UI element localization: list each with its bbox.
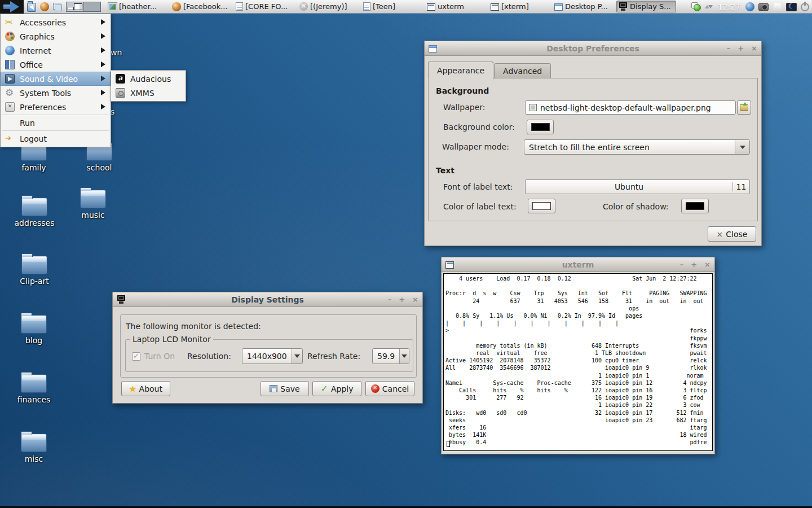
resolution-dropdown[interactable]: 812x508 [242, 348, 303, 364]
title-bar[interactable]: Desktop Preferences – + × [425, 41, 761, 56]
taskbar-button[interactable]: [heather... [107, 1, 166, 12]
close-button[interactable]: × [704, 257, 710, 272]
wallpaper-path-field[interactable]: netbsd-light-desktop-default-wallpaper.p… [525, 100, 736, 115]
turn-on-checkbox[interactable] [132, 352, 140, 361]
menu-item-sound-video[interactable]: Sound & Video [1, 72, 111, 86]
workspace-1[interactable] [67, 2, 83, 11]
power-icon[interactable] [801, 3, 809, 11]
menu-separator [2, 115, 109, 115]
wallpaper-mode-label: Wallpaper mode: [442, 142, 509, 151]
dropdown-arrow-icon[interactable] [735, 140, 749, 154]
close-button[interactable]: × [412, 292, 418, 307]
tab-advanced[interactable]: Advanced [494, 63, 551, 80]
minimize-button[interactable]: – [680, 257, 684, 272]
screenshot-icon[interactable] [758, 3, 769, 11]
submenu-item-xmms[interactable]: XMMS [111, 86, 186, 100]
background-color-swatch[interactable] [527, 120, 554, 134]
monitor-detected-text: The following monitor is detected: [126, 322, 261, 331]
taskbar-button[interactable]: uxterm [425, 1, 485, 12]
about-button[interactable]: ★About [121, 381, 170, 396]
menu-item-label: Graphics [20, 32, 55, 41]
globe-tray-icon[interactable] [745, 2, 754, 11]
submenu-arrow-icon [101, 90, 105, 95]
minimize-button[interactable]: – [388, 292, 392, 307]
taskbar-button-label: uxterm [438, 2, 464, 11]
clock[interactable]: 12:27 [717, 2, 742, 11]
wallpaper-browse-button[interactable] [737, 100, 751, 115]
title-bar[interactable]: Display Settings – + × [113, 292, 422, 307]
taskbar-button[interactable]: Desktop P... [553, 1, 612, 12]
tab-appearance[interactable]: Appearance [428, 62, 493, 80]
file-manager-icon[interactable] [27, 3, 36, 12]
taskbar-button[interactable]: [Facebook... [170, 1, 230, 12]
globe-icon [172, 2, 181, 11]
title-bar[interactable]: uxterm – + × [442, 257, 714, 272]
menu-item-system-tools[interactable]: System Tools [1, 86, 111, 100]
menu-item-logout[interactable]: Logout [1, 132, 111, 146]
close-dialog-button[interactable]: × Close [708, 226, 756, 242]
cancel-circle-icon [371, 384, 379, 393]
taskbar-button[interactable]: [Teen] [361, 1, 421, 12]
folder-icon [21, 433, 47, 452]
workspace-2[interactable] [83, 2, 101, 11]
app-menu-button[interactable] [0, 0, 24, 14]
maximize-button[interactable]: + [399, 292, 405, 307]
label-text-color-swatch[interactable] [528, 199, 555, 213]
dropdown-arrow-icon[interactable] [399, 349, 409, 364]
minimize-button[interactable]: – [727, 41, 731, 56]
terminal-screen[interactable]: 4 users Load 0.17 0.18 0.12 Sat Jun 2 12… [443, 273, 713, 451]
window-controls: – + × [388, 292, 418, 307]
star-icon: ★ [129, 384, 136, 393]
menu-item-internet[interactable]: Internet [1, 43, 111, 58]
color-swatch [686, 202, 704, 210]
close-button[interactable]: × [751, 41, 757, 56]
menu-item-accessories[interactable]: Accessories [1, 15, 111, 29]
save-button[interactable]: Save [261, 381, 309, 396]
apply-button[interactable]: ✓Apply [312, 381, 361, 396]
windows-icon[interactable] [53, 2, 62, 11]
shadow-color-swatch[interactable] [681, 199, 709, 213]
menu-item-preferences[interactable]: Preferences [1, 100, 111, 114]
uxterm-window: uxterm – + × 4 users Load 0.17 0.18 0.12… [441, 257, 715, 454]
browser-icon[interactable] [40, 2, 49, 11]
cancel-button[interactable]: Cancel [365, 381, 414, 396]
desktop-icon-addresses[interactable]: addresses [8, 198, 60, 227]
maximize-button[interactable]: + [738, 41, 744, 56]
maximize-button[interactable]: + [691, 257, 697, 272]
taskbar-button[interactable]: [(Jeremy)] [298, 1, 358, 12]
workspace-pager[interactable] [66, 2, 101, 12]
desktop-icon-blog[interactable]: blog [8, 315, 60, 345]
window-controls: – + × [727, 41, 757, 56]
desktop-icon-music[interactable]: music [67, 190, 119, 220]
submenu-item-audacious[interactable]: Audacious [111, 72, 186, 86]
menu-item-run[interactable]: Run [1, 116, 111, 130]
desktop-icon-label: music [67, 211, 119, 220]
taskbar-button[interactable]: [xterm] [489, 1, 549, 12]
tools-icon [5, 102, 15, 112]
taskbar-button[interactable]: [CORE FO... [234, 1, 294, 12]
terminal-icon [427, 3, 435, 11]
wallpaper-mode-dropdown[interactable]: Stretch to fill the entire screen [524, 139, 750, 155]
desktop-icon-label: addresses [8, 218, 60, 227]
submenu-arrow-icon [101, 76, 105, 81]
submenu-arrow-icon [101, 47, 105, 53]
hidden-icon-label-fragment: wn [111, 48, 122, 57]
dropdown-arrow-icon[interactable] [292, 349, 302, 364]
refresh-rate-value: 59.9 [373, 352, 399, 361]
screensaver-icon[interactable] [786, 3, 797, 11]
paper-icon[interactable] [773, 3, 782, 11]
taskbar-button-active[interactable]: Display S... [616, 1, 676, 12]
network-traffic-icon[interactable] [705, 2, 713, 11]
menu-item-office[interactable]: Office [1, 58, 111, 72]
font-picker-button[interactable]: Ubuntu 11 [525, 179, 750, 194]
wallpaper-label: Wallpaper: [443, 103, 486, 112]
menu-item-label: Run [20, 119, 35, 128]
messenger-tray-icon[interactable] [691, 2, 701, 11]
submenu-item-label: Audacious [130, 75, 171, 84]
desktop-icon-misc[interactable]: misc [8, 433, 60, 463]
desktop-icon-clip-art[interactable]: Clip-art [8, 256, 60, 286]
refresh-rate-dropdown[interactable]: 59.9 [372, 348, 409, 364]
desktop-icon-finances[interactable]: finances [8, 374, 60, 404]
window-controls: – + × [680, 257, 710, 272]
menu-item-graphics[interactable]: Graphics [1, 29, 111, 43]
